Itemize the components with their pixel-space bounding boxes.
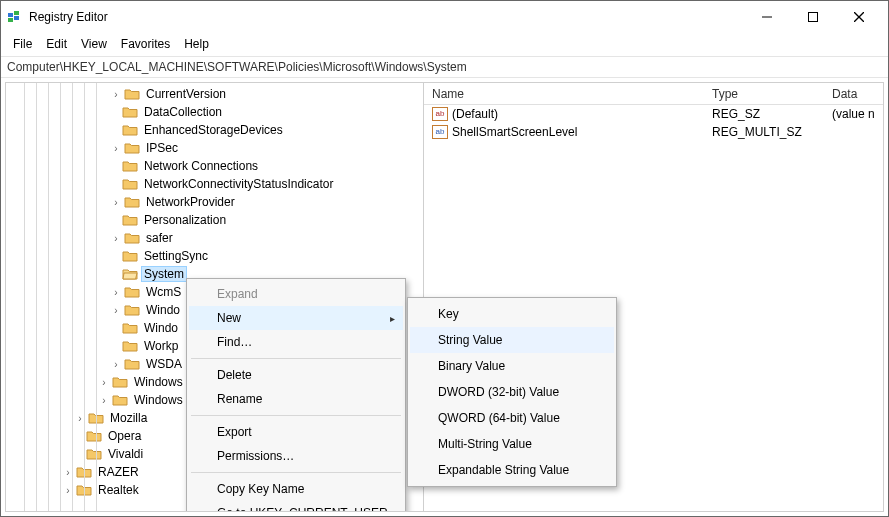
address-bar[interactable]: Computer\HKEY_LOCAL_MACHINE\SOFTWARE\Pol… xyxy=(1,56,888,78)
tree-item[interactable]: IPSec xyxy=(144,141,180,155)
submenu-expandable-string-value[interactable]: Expandable String Value xyxy=(410,457,614,483)
column-header-type[interactable]: Type xyxy=(704,84,824,104)
context-menu-permissions[interactable]: Permissions… xyxy=(189,444,403,468)
folder-icon xyxy=(112,393,128,407)
chevron-right-icon[interactable]: › xyxy=(110,287,122,298)
submenu-dword-value[interactable]: DWORD (32-bit) Value xyxy=(410,379,614,405)
folder-icon xyxy=(124,231,140,245)
reg-multi-icon: ab xyxy=(432,125,448,139)
menu-view[interactable]: View xyxy=(75,35,113,53)
context-menu-copy-key-name[interactable]: Copy Key Name xyxy=(189,477,403,501)
tree-item[interactable]: Network Connections xyxy=(142,159,260,173)
chevron-right-icon[interactable]: › xyxy=(62,467,74,478)
context-menu-delete[interactable]: Delete xyxy=(189,363,403,387)
separator xyxy=(191,472,401,473)
tree-item[interactable]: Windo xyxy=(144,303,182,317)
list-row[interactable]: abShellSmartScreenLevel REG_MULTI_SZ xyxy=(424,123,883,141)
value-name: (Default) xyxy=(452,107,498,121)
chevron-right-icon[interactable]: › xyxy=(98,377,110,388)
column-header-data[interactable]: Data xyxy=(824,84,883,104)
tree-item[interactable]: WcmS xyxy=(144,285,183,299)
menu-help[interactable]: Help xyxy=(178,35,215,53)
reg-sz-icon: ab xyxy=(432,107,448,121)
chevron-right-icon: ▸ xyxy=(390,313,395,324)
svg-rect-1 xyxy=(14,11,19,15)
svg-rect-3 xyxy=(14,16,19,20)
tree-item[interactable]: Mozilla xyxy=(108,411,149,425)
tree-item-selected[interactable]: System xyxy=(142,267,186,281)
submenu-qword-value[interactable]: QWORD (64-bit) Value xyxy=(410,405,614,431)
tree-item[interactable]: EnhancedStorageDevices xyxy=(142,123,285,137)
context-menu-export[interactable]: Export xyxy=(189,420,403,444)
title-bar: Registry Editor xyxy=(1,1,888,33)
submenu-multi-string-value[interactable]: Multi-String Value xyxy=(410,431,614,457)
svg-rect-5 xyxy=(809,12,818,21)
tree-item[interactable]: Workp xyxy=(142,339,180,353)
tree-item[interactable]: Opera xyxy=(106,429,143,443)
context-menu-new[interactable]: New▸ xyxy=(189,306,403,330)
menu-edit[interactable]: Edit xyxy=(40,35,73,53)
tree-item[interactable]: Windows xyxy=(132,393,185,407)
value-type: REG_SZ xyxy=(704,107,824,121)
tree-item[interactable]: Vivaldi xyxy=(106,447,145,461)
context-menu-rename[interactable]: Rename xyxy=(189,387,403,411)
tree-item[interactable]: CurrentVersion xyxy=(144,87,228,101)
folder-icon xyxy=(112,375,128,389)
context-menu-find[interactable]: Find… xyxy=(189,330,403,354)
workspace: ›CurrentVersion DataCollection EnhancedS… xyxy=(5,82,884,512)
window-title: Registry Editor xyxy=(29,10,744,24)
chevron-right-icon[interactable]: › xyxy=(110,305,122,316)
chevron-right-icon[interactable]: › xyxy=(110,89,122,100)
value-type: REG_MULTI_SZ xyxy=(704,125,824,139)
maximize-button[interactable] xyxy=(790,2,836,32)
submenu-key[interactable]: Key xyxy=(410,301,614,327)
folder-icon xyxy=(122,339,138,353)
minimize-button[interactable] xyxy=(744,2,790,32)
chevron-right-icon[interactable]: › xyxy=(62,485,74,496)
chevron-right-icon[interactable]: › xyxy=(110,197,122,208)
folder-icon xyxy=(124,357,140,371)
svg-rect-0 xyxy=(8,13,13,17)
folder-icon xyxy=(76,483,92,497)
folder-icon xyxy=(122,159,138,173)
chevron-right-icon[interactable]: › xyxy=(74,413,86,424)
chevron-right-icon[interactable]: › xyxy=(110,233,122,244)
folder-icon xyxy=(122,249,138,263)
tree-item[interactable]: Realtek xyxy=(96,483,141,497)
submenu-string-value[interactable]: String Value xyxy=(410,327,614,353)
chevron-right-icon[interactable]: › xyxy=(110,143,122,154)
folder-icon xyxy=(86,447,102,461)
menu-file[interactable]: File xyxy=(7,35,38,53)
tree-item[interactable]: WSDA xyxy=(144,357,184,371)
context-menu-goto-hkcu[interactable]: Go to HKEY_CURRENT_USER xyxy=(189,501,403,512)
column-header-name[interactable]: Name xyxy=(424,84,704,104)
close-button[interactable] xyxy=(836,2,882,32)
context-menu-new-label: New xyxy=(217,311,241,325)
folder-icon xyxy=(122,123,138,137)
tree-item[interactable]: safer xyxy=(144,231,175,245)
tree-item[interactable]: DataCollection xyxy=(142,105,224,119)
folder-icon xyxy=(124,285,140,299)
folder-icon xyxy=(122,177,138,191)
chevron-right-icon[interactable]: › xyxy=(98,395,110,406)
list-body: ab(Default) REG_SZ (value n abShellSmart… xyxy=(424,105,883,141)
tree-item[interactable]: RAZER xyxy=(96,465,141,479)
tree-item[interactable]: SettingSync xyxy=(142,249,210,263)
folder-icon xyxy=(124,141,140,155)
folder-icon xyxy=(124,303,140,317)
tree-item[interactable]: NetworkConnectivityStatusIndicator xyxy=(142,177,335,191)
folder-icon xyxy=(124,87,140,101)
tree-item[interactable]: Windows xyxy=(132,375,185,389)
chevron-right-icon[interactable]: › xyxy=(110,359,122,370)
tree-item[interactable]: NetworkProvider xyxy=(144,195,237,209)
list-row[interactable]: ab(Default) REG_SZ (value n xyxy=(424,105,883,123)
submenu-binary-value[interactable]: Binary Value xyxy=(410,353,614,379)
window-controls xyxy=(744,2,882,32)
tree-item[interactable]: Windo xyxy=(142,321,180,335)
tree-item[interactable]: Personalization xyxy=(142,213,228,227)
separator xyxy=(191,358,401,359)
value-data: (value n xyxy=(824,107,883,121)
menu-favorites[interactable]: Favorites xyxy=(115,35,176,53)
context-menu: Expand New▸ Find… Delete Rename Export P… xyxy=(186,278,406,512)
context-menu-expand: Expand xyxy=(189,282,403,306)
